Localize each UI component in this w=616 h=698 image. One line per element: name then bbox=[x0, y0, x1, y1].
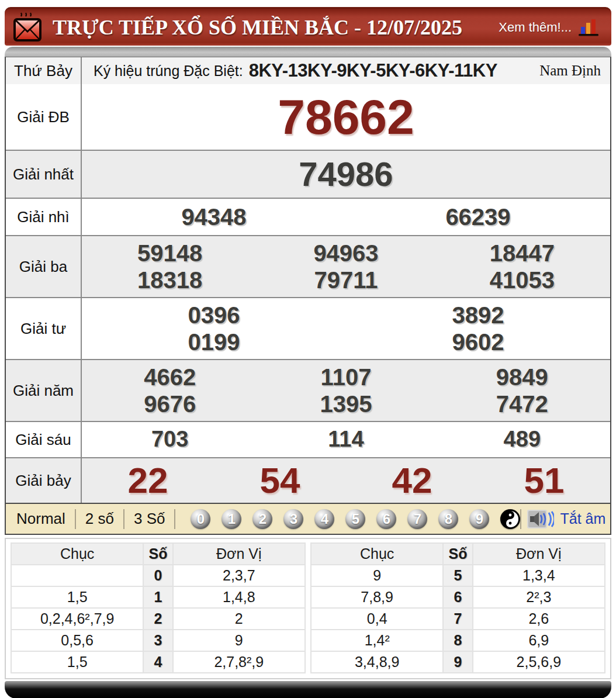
digit-ball-4[interactable]: 4 bbox=[314, 509, 334, 529]
prize-row: Giải nhì9434866239 bbox=[6, 198, 610, 235]
results-table: Thứ Bảy Ký hiệu trúng Đặc Biệt: 8KY-13KY… bbox=[5, 57, 611, 504]
envelope-icon bbox=[13, 12, 43, 43]
stats-cell-so: 2 bbox=[143, 608, 172, 630]
stats-row: 0,5,639 bbox=[11, 630, 305, 651]
prize-number: 18318 bbox=[82, 267, 258, 293]
digit-ball-6[interactable]: 6 bbox=[376, 509, 396, 529]
stats-cell-donvi: 2,3,7 bbox=[173, 565, 305, 586]
prize-label: Giải nhất bbox=[6, 151, 82, 198]
head-tail-statistics: ChụcSốĐơn Vị02,3,71,511,4,80,2,4,6²,7,92… bbox=[5, 538, 611, 679]
yin-yang-ball-icon[interactable] bbox=[500, 509, 520, 529]
stats-header-chuc: Chục bbox=[311, 543, 443, 565]
prize-number: 489 bbox=[434, 427, 610, 452]
toolbar-separator bbox=[174, 509, 175, 529]
prize-number: 54 bbox=[214, 459, 346, 501]
bar-chart-icon[interactable] bbox=[577, 18, 601, 37]
footer-bar bbox=[5, 681, 611, 698]
stats-cell-chuc: 7,8,9 bbox=[311, 586, 443, 608]
prize-number: 4662 bbox=[82, 364, 258, 391]
prize-row: Giải nhất74986 bbox=[6, 150, 610, 198]
prize-row: Giải ĐB78662 bbox=[6, 84, 610, 150]
stats-cell-chuc: 1,5 bbox=[11, 586, 143, 608]
stats-cell-donvi: 6,9 bbox=[473, 630, 605, 651]
digit-ball-1[interactable]: 1 bbox=[222, 509, 241, 529]
prize-number: 94963 bbox=[258, 240, 434, 267]
weekday-label: Thứ Bảy bbox=[6, 57, 82, 84]
prize-number: 1107 bbox=[258, 364, 434, 391]
prize-label: Giải tư bbox=[6, 298, 82, 359]
page-title: TRỰC TIẾP XỔ SỐ MIỀN BẮC - 12/07/2025 bbox=[53, 15, 462, 40]
stats-cell-so: 0 bbox=[143, 565, 172, 586]
stats-row: 1,511,4,8 bbox=[11, 586, 305, 608]
mute-button[interactable]: Tắt âm bbox=[560, 510, 605, 527]
stats-cell-donvi: 1,3,4 bbox=[473, 565, 605, 586]
prize-number: 22 bbox=[82, 459, 214, 501]
stats-header-so: Số bbox=[443, 543, 472, 565]
stats-header-chuc: Chục bbox=[11, 543, 143, 565]
prize-row: Giải bảy22544251 bbox=[6, 457, 610, 503]
digit-ball-0[interactable]: 0 bbox=[191, 509, 210, 529]
mode-button-normal[interactable]: Normal bbox=[14, 510, 75, 528]
stats-header-donvi: Đơn Vị bbox=[173, 543, 305, 565]
prize-number: 18447 bbox=[434, 240, 610, 267]
stats-cell-so: 4 bbox=[143, 651, 172, 673]
prize-row: Giải sáu703114489 bbox=[6, 421, 610, 457]
stats-cell-chuc: 0,4 bbox=[311, 608, 443, 630]
stats-cell-donvi: 2 bbox=[173, 608, 305, 630]
prize-number: 0396 bbox=[82, 302, 346, 329]
prize-row: Giải năm466211079849967613957472 bbox=[6, 359, 610, 421]
prize-number: 59148 bbox=[82, 240, 258, 267]
stats-cell-donvi: 2,7,8²,9 bbox=[173, 651, 305, 673]
digit-ball-2[interactable]: 2 bbox=[252, 509, 272, 529]
prize-label: Giải ba bbox=[6, 236, 82, 297]
prize-label: Giải năm bbox=[6, 360, 82, 421]
prize-row: Giải ba591489496318447183187971141053 bbox=[6, 235, 610, 297]
stats-cell-chuc: 1,4² bbox=[311, 630, 443, 651]
digit-ball-5[interactable]: 5 bbox=[345, 509, 365, 529]
prize-number: 51 bbox=[478, 459, 610, 501]
digit-ball-9[interactable]: 9 bbox=[469, 509, 489, 529]
prize-number: 703 bbox=[82, 427, 258, 452]
prize-number: 3892 bbox=[346, 302, 610, 329]
stats-row: 0,472,6 bbox=[311, 608, 605, 630]
speaker-icon[interactable] bbox=[527, 510, 554, 528]
stats-cell-so: 1 bbox=[143, 586, 172, 608]
stats-row: 1,542,7,8²,9 bbox=[11, 651, 305, 673]
stats-cell-donvi: 2²,3 bbox=[473, 586, 605, 608]
digit-ball-7[interactable]: 7 bbox=[407, 509, 427, 529]
stats-cell-chuc: 1,5 bbox=[11, 651, 143, 673]
stats-cell-so: 8 bbox=[443, 630, 472, 651]
province-name: Nam Định bbox=[539, 63, 601, 79]
special-sign-codes: 8KY-13KY-9KY-5KY-6KY-11KY bbox=[249, 60, 497, 81]
prize-number: 66239 bbox=[346, 203, 610, 230]
prize-number: 114 bbox=[258, 427, 434, 452]
prize-number: 1395 bbox=[258, 391, 434, 417]
mode-button-2so[interactable]: 2 số bbox=[76, 510, 123, 528]
prize-number: 0199 bbox=[82, 329, 346, 355]
prize-number: 94348 bbox=[82, 203, 346, 230]
stats-header-donvi: Đơn Vị bbox=[473, 543, 605, 565]
stats-cell-so: 3 bbox=[143, 630, 172, 651]
stats-row: 7,8,962²,3 bbox=[311, 586, 605, 608]
mode-button-3so[interactable]: 3 Số bbox=[124, 510, 175, 528]
stats-cell-so: 7 bbox=[443, 608, 472, 630]
prize-number: 79711 bbox=[258, 267, 434, 293]
see-more-link[interactable]: Xem thêm!... bbox=[499, 20, 572, 35]
signature-row: Thứ Bảy Ký hiệu trúng Đặc Biệt: 8KY-13KY… bbox=[6, 57, 610, 84]
stats-cell-so: 6 bbox=[443, 586, 472, 608]
prize-number: 78662 bbox=[82, 89, 610, 146]
prize-number: 9849 bbox=[434, 364, 610, 391]
sound-number-toolbar: Normal 2 số 3 Số 0123456789 bbox=[5, 504, 611, 535]
digit-ball-8[interactable]: 8 bbox=[438, 509, 458, 529]
stats-cell-so: 5 bbox=[443, 565, 472, 586]
prize-label: Giải sáu bbox=[6, 422, 82, 457]
stats-row: 951,3,4 bbox=[311, 565, 605, 586]
stats-cell-so: 9 bbox=[443, 651, 472, 673]
digit-ball-3[interactable]: 3 bbox=[283, 509, 303, 529]
stats-row: 02,3,7 bbox=[11, 565, 305, 586]
prize-number: 41053 bbox=[434, 267, 610, 293]
toolbar-separator bbox=[520, 509, 521, 529]
stats-table-right: ChụcSốĐơn Vị951,3,47,8,962²,30,472,61,4²… bbox=[310, 542, 605, 673]
prize-row: Giải tư0396389201999602 bbox=[6, 297, 610, 359]
prize-number: 74986 bbox=[82, 155, 610, 194]
